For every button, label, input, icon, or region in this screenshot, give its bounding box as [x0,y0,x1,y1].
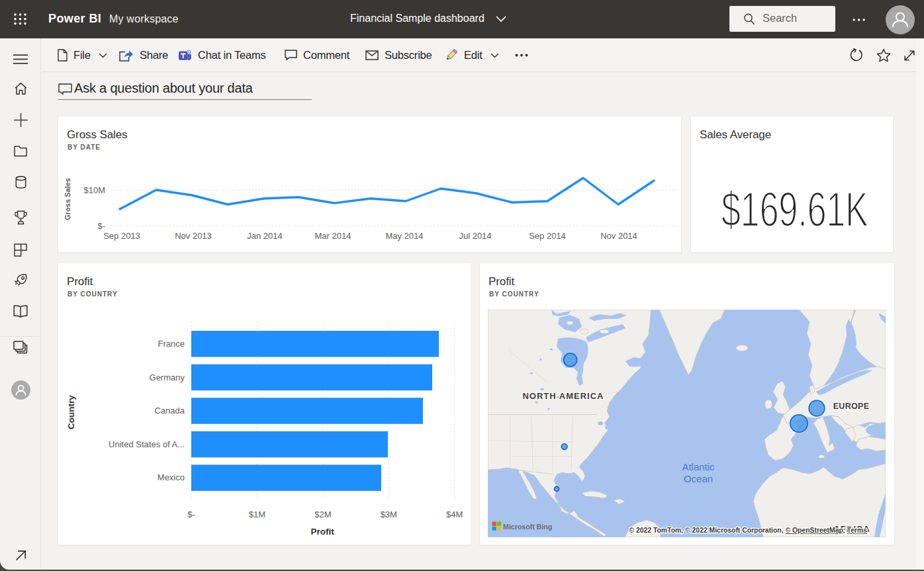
svg-text:Ocean: Ocean [684,473,713,484]
svg-text:Mar 2014: Mar 2014 [315,231,351,241]
svg-text:$10M: $10M [83,185,105,195]
svg-text:Germany: Germany [150,373,185,382]
svg-text:Microsoft Bing: Microsoft Bing [503,523,552,531]
svg-text:Nov 2013: Nov 2013 [175,231,212,241]
svg-text:Country: Country [66,395,76,429]
svg-text:United States of A...: United States of A... [109,439,185,449]
svg-text:Gross Sales: Gross Sales [64,178,71,220]
svg-text:© 2022 TomTom, © 2022 Microsof: © 2022 TomTom, © 2022 Microsoft Corporat… [629,527,867,534]
svg-text:$-: $- [97,221,105,231]
svg-text:Atlantic: Atlantic [682,461,715,472]
svg-text:Jan 2014: Jan 2014 [247,231,283,241]
svg-text:NORTH AMERICA: NORTH AMERICA [522,391,604,401]
svg-text:$1M: $1M [249,509,265,519]
svg-text:$-: $- [187,509,195,519]
svg-text:May 2014: May 2014 [385,231,423,241]
svg-text:Profit: Profit [310,527,334,537]
svg-text:$2M: $2M [314,509,331,519]
svg-text:Canada: Canada [154,406,185,416]
svg-text:Nov 2014: Nov 2014 [600,231,637,241]
svg-text:Jul 2014: Jul 2014 [459,231,491,241]
svg-text:France: France [158,339,185,349]
svg-text:Mexico: Mexico [158,472,185,482]
svg-text:EUROPE: EUROPE [833,402,870,411]
svg-text:$3M: $3M [381,509,397,519]
svg-text:Sep 2013: Sep 2013 [103,231,140,241]
svg-text:$4M: $4M [446,509,463,519]
svg-text:Sep 2014: Sep 2014 [529,231,566,241]
